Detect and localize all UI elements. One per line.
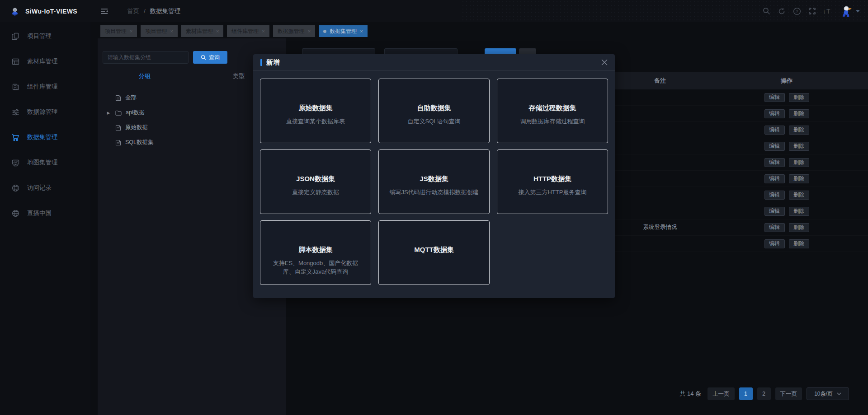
dataset-type-card-脚本数据集[interactable]: 脚本数据集支持ES、Mongodb、国产化数据库、自定义Java代码查询 xyxy=(260,220,371,285)
card-title: HTTP数据集 xyxy=(506,175,599,183)
search-icon[interactable] xyxy=(763,7,770,15)
sidebar-item-组件库管理[interactable]: 组件库管理 xyxy=(0,74,90,99)
topbar-actions: ? t T xyxy=(763,0,860,22)
sidebar-item-项目管理[interactable]: 项目管理 xyxy=(0,23,90,49)
delete-button[interactable]: 删除 xyxy=(789,93,809,102)
topbar: SiWu-IoT-VIEWS 首页 / 数据集管理 xyxy=(0,0,868,22)
sidebar-item-数据集管理[interactable]: 数据集管理 xyxy=(0,125,90,150)
actions-cell: 编辑删除 xyxy=(705,109,868,118)
fullscreen-icon[interactable] xyxy=(808,7,816,15)
tree-node-label: api数据 xyxy=(126,109,145,117)
delete-button[interactable]: 删除 xyxy=(789,239,809,248)
sidebar-item-访问记录[interactable]: 访问记录 xyxy=(0,175,90,201)
delete-button[interactable]: 删除 xyxy=(789,109,809,118)
delete-button[interactable]: 删除 xyxy=(789,158,809,167)
toolbar-input-partial[interactable] xyxy=(384,48,458,54)
sidebar-item-label: 数据集管理 xyxy=(27,133,58,141)
font-size-icon[interactable]: t T xyxy=(823,8,832,15)
group-search-button[interactable]: 查询 xyxy=(193,51,227,64)
edit-button[interactable]: 编辑 xyxy=(764,239,785,248)
open-tab-项目管理[interactable]: 项目管理× xyxy=(141,25,177,37)
dataset-type-card-JSON数据集[interactable]: JSON数据集直接定义静态数据 xyxy=(260,149,371,214)
edit-button[interactable]: 编辑 xyxy=(764,223,785,232)
modal-title: 新增 xyxy=(266,58,280,67)
app-logo-icon xyxy=(10,6,20,16)
toolbar-input-partial[interactable] xyxy=(302,48,375,54)
card-description: 支持ES、Mongodb、国产化数据库、自定义Java代码查询 xyxy=(269,259,362,276)
close-tab-icon[interactable]: × xyxy=(216,28,219,34)
sidebar-item-地图集管理[interactable]: 地图集管理 xyxy=(0,150,90,175)
sidebar-item-直播中国[interactable]: 直播中国 xyxy=(0,201,90,226)
dataset-type-card-自助数据集[interactable]: 自助数据集自定义SQL语句查询 xyxy=(378,79,490,143)
open-tab-数据集管理[interactable]: 数据集管理× xyxy=(319,25,367,37)
modal-header: 新增 xyxy=(253,54,615,71)
open-tabs-bar: 项目管理×项目管理×素材库管理×组件库管理×数据源管理×数据集管理× xyxy=(100,25,368,37)
menu-collapse-icon[interactable] xyxy=(100,8,108,14)
breadcrumb-separator: / xyxy=(144,8,146,14)
edit-button[interactable]: 编辑 xyxy=(764,142,785,151)
dataset-icon xyxy=(11,133,19,141)
delete-button[interactable]: 删除 xyxy=(789,223,809,232)
tree-node-label: 原始数据 xyxy=(125,124,148,131)
edit-button[interactable]: 编辑 xyxy=(764,207,785,216)
next-page-button[interactable]: 下一页 xyxy=(775,387,802,400)
component-icon xyxy=(11,83,19,91)
tab-label: 数据源管理 xyxy=(278,28,305,35)
dataset-type-card-原始数据集[interactable]: 原始数据集直接查询某个数据库表 xyxy=(260,79,371,143)
page-button-1[interactable]: 1 xyxy=(739,387,753,400)
delete-button[interactable]: 删除 xyxy=(789,126,809,135)
help-icon[interactable]: ? xyxy=(793,7,801,15)
page-button-2[interactable]: 2 xyxy=(757,387,771,400)
dataset-type-card-存储过程数据集[interactable]: 存储过程数据集调用数据库存储过程查询 xyxy=(497,79,608,143)
card-title: 原始数据集 xyxy=(269,104,362,112)
remark-cell: 系统登录情况 xyxy=(615,224,705,231)
close-tab-icon[interactable]: × xyxy=(170,28,173,34)
page-size-select[interactable]: 10条/页 xyxy=(807,387,849,400)
dataset-type-card-MQTT数据集[interactable]: MQTT数据集 xyxy=(378,220,490,285)
dataset-type-card-JS数据集[interactable]: JS数据集编写JS代码进行动态模拟数据创建 xyxy=(378,149,490,214)
edit-button[interactable]: 编辑 xyxy=(764,109,785,118)
group-search-input[interactable] xyxy=(103,51,189,64)
delete-button[interactable]: 删除 xyxy=(789,174,809,183)
close-tab-icon[interactable]: × xyxy=(360,28,363,34)
sidebar-item-素材库管理[interactable]: 素材库管理 xyxy=(0,49,90,74)
card-title: JS数据集 xyxy=(388,175,480,183)
edit-button[interactable]: 编辑 xyxy=(764,126,785,135)
actions-cell: 编辑删除 xyxy=(705,207,868,216)
column-header-remark: 备注 xyxy=(615,77,705,85)
edit-button[interactable]: 编辑 xyxy=(764,158,785,167)
active-tab-dot xyxy=(323,30,326,33)
edit-button[interactable]: 编辑 xyxy=(764,191,785,200)
toolbar-add-button-partial[interactable] xyxy=(485,48,516,54)
close-tab-icon[interactable]: × xyxy=(262,28,264,34)
chevron-down-icon xyxy=(837,392,841,395)
delete-button[interactable]: 删除 xyxy=(789,142,809,151)
svg-text:t: t xyxy=(824,9,825,14)
delete-button[interactable]: 删除 xyxy=(789,207,809,216)
sidebar-item-label: 地图集管理 xyxy=(27,159,58,167)
prev-page-button[interactable]: 上一页 xyxy=(708,387,735,400)
sidebar-item-数据源管理[interactable]: 数据源管理 xyxy=(0,99,90,125)
dataset-type-card-HTTP数据集[interactable]: HTTP数据集接入第三方HTTP服务查询 xyxy=(497,149,608,214)
breadcrumb-home[interactable]: 首页 xyxy=(127,7,139,15)
column-header-actions: 操作 xyxy=(705,77,868,85)
edit-button[interactable]: 编辑 xyxy=(764,93,785,102)
pagination: 共 14 条 上一页 12 下一页 10条/页 xyxy=(679,387,849,400)
tree-expand-icon[interactable]: ▶ xyxy=(106,111,111,115)
open-tab-数据源管理[interactable]: 数据源管理× xyxy=(273,25,315,37)
close-tab-icon[interactable]: × xyxy=(308,28,311,34)
close-icon[interactable] xyxy=(601,59,608,65)
panel-tab-分组[interactable]: 分组 xyxy=(98,72,192,80)
tab-label: 项目管理 xyxy=(145,28,167,35)
toolbar-button-partial[interactable] xyxy=(519,48,536,54)
edit-button[interactable]: 编辑 xyxy=(764,174,785,183)
open-tab-项目管理[interactable]: 项目管理× xyxy=(100,25,137,37)
project-icon xyxy=(11,32,19,40)
open-tab-素材库管理[interactable]: 素材库管理× xyxy=(181,25,223,37)
user-menu[interactable] xyxy=(840,5,860,18)
refresh-icon[interactable] xyxy=(778,7,786,15)
delete-button[interactable]: 删除 xyxy=(789,191,809,200)
globe-icon xyxy=(11,184,19,192)
close-tab-icon[interactable]: × xyxy=(130,28,132,34)
open-tab-组件库管理[interactable]: 组件库管理× xyxy=(227,25,269,37)
